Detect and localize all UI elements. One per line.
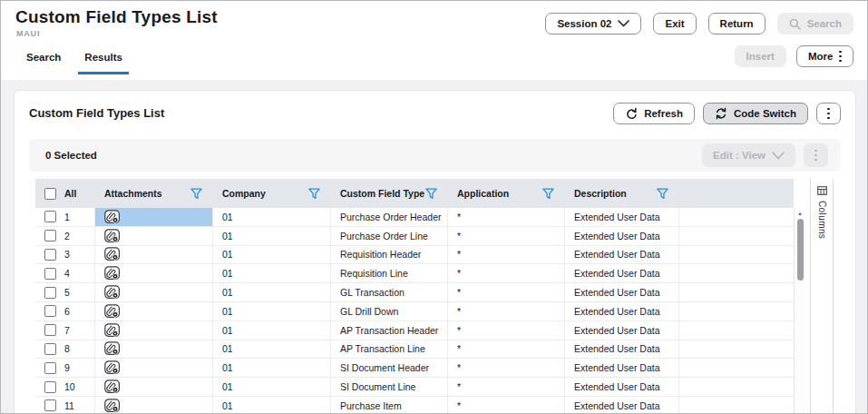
funnel-icon[interactable] [425,188,437,200]
empty-cell [679,302,794,320]
session-label: Session 02 [557,18,611,29]
attachment-button[interactable] [104,210,121,224]
attachment-button[interactable] [104,229,121,243]
session-dropdown[interactable]: Session 02 [545,13,641,34]
row-checkbox[interactable] [44,287,56,299]
attachment-button[interactable] [104,341,121,356]
attachment-button[interactable] [104,360,121,375]
insert-button[interactable]: Insert [735,45,786,67]
funnel-icon[interactable] [542,188,554,200]
company-cell: 01 [213,208,331,226]
attachments-cell [95,302,213,320]
select-all-checkbox[interactable] [44,188,56,200]
table-row: 1 01 Purchase Order Header * Extended Us… [35,208,794,227]
row-checkbox[interactable] [44,211,56,222]
funnel-icon[interactable] [190,188,202,200]
custom-field-type-cell: Purchase Order Header [331,208,448,226]
kebab-icon [814,150,817,162]
row-select-cell: 8 [35,340,95,359]
chevron-down-icon [618,20,629,27]
attachment-button[interactable] [104,247,121,261]
row-checkbox[interactable] [44,305,56,317]
vertical-scrollbar[interactable]: ▲ [794,208,805,414]
row-checkbox[interactable] [44,249,56,261]
table-row: 8 01 AP Transaction Line * Extended User… [35,340,794,360]
column-header-empty [679,179,794,208]
scrollbar-thumb[interactable] [797,219,804,281]
row-checkbox[interactable] [44,324,56,336]
table-row: 3 01 Requisition Header * Extended User … [35,246,794,265]
attachment-button[interactable] [104,399,121,413]
row-checkbox[interactable] [44,268,56,280]
application-cell: * [448,359,565,377]
row-checkbox[interactable] [44,343,56,355]
tab-search[interactable]: Search [20,48,67,74]
row-number: 5 [64,287,70,298]
attachment-button[interactable] [104,285,121,300]
empty-cell [679,227,794,245]
more-button[interactable]: More [796,45,853,67]
row-select-cell: 6 [35,302,95,320]
row-number: 1 [64,212,70,222]
toolbar-menu-button[interactable] [804,143,828,167]
exit-button[interactable]: Exit [653,13,696,34]
attachments-cell [95,283,213,301]
application-cell: * [448,302,565,320]
results-card: Custom Field Types List Refresh [14,90,856,414]
columns-side-panel[interactable]: Columns [810,179,834,414]
funnel-icon[interactable] [657,188,668,200]
all-header-label: All [64,188,76,199]
custom-field-type-cell: Requisition Header [331,246,448,264]
edit-view-label: Edit : View [713,150,766,161]
column-header-attachments[interactable]: Attachments [95,179,213,208]
tab-results[interactable]: Results [78,48,129,74]
column-header-description[interactable]: Description [565,179,679,208]
attachment-button[interactable] [104,304,121,319]
empty-cell [679,378,794,396]
company-cell: 01 [213,246,331,264]
paperclip-badge-icon [104,341,121,356]
column-header-custom-field-type[interactable]: Custom Field Type [331,179,448,208]
row-select-cell: 9 [35,359,95,377]
attachment-button[interactable] [104,323,121,338]
paperclip-badge-icon [104,360,121,375]
empty-cell [679,264,794,282]
attachments-cell [95,378,213,396]
edit-view-dropdown[interactable]: Edit : View [702,143,795,167]
attachment-button[interactable] [104,266,121,281]
application-cell: * [448,340,565,359]
paperclip-badge-icon [104,210,121,224]
company-cell: 01 [213,397,331,414]
content-band: Custom Field Types List Refresh [1,80,867,413]
sync-arrows-icon [715,107,727,120]
attachments-cell [95,321,213,340]
refresh-button[interactable]: Refresh [613,103,695,124]
attachment-button[interactable] [104,380,121,394]
row-checkbox[interactable] [44,381,56,393]
row-checkbox[interactable] [44,362,56,374]
column-header-application[interactable]: Application [448,179,565,208]
application-cell: * [448,208,565,226]
scroll-up-arrow[interactable]: ▲ [795,211,805,216]
code-switch-button[interactable]: Code Switch [703,103,808,124]
code-switch-label: Code Switch [734,108,796,119]
results-grid: All Attachments Company Custom Field Typ… [35,179,834,414]
attachments-cell [95,208,213,226]
description-cell: Extended User Data [565,246,679,264]
row-checkbox[interactable] [44,230,56,242]
paperclip-badge-icon [104,247,121,261]
grid-icon [817,186,827,195]
row-checkbox[interactable] [44,399,56,411]
card-menu-button[interactable] [816,103,841,124]
empty-cell [679,321,794,340]
empty-cell [679,359,794,377]
application-cell: * [448,264,565,282]
return-button[interactable]: Return [708,13,766,34]
funnel-icon[interactable] [308,188,320,200]
column-header-company[interactable]: Company [213,179,331,208]
table-row: 4 01 Requisition Line * Extended User Da… [35,264,794,283]
row-select-cell: 2 [35,227,95,245]
selected-count: 0 Selected [45,150,97,161]
table-row: 6 01 GL Drill Down * Extended User Data [35,302,794,321]
search-button[interactable]: Search [777,13,853,34]
